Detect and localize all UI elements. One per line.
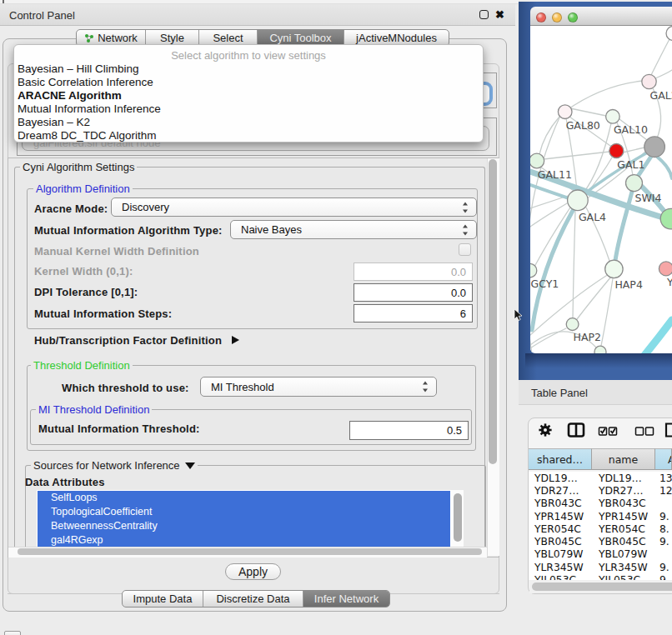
edge-teal[interactable]: [657, 157, 672, 178]
node-GAL1[interactable]: [609, 144, 624, 158]
aracne-mode-combo[interactable]: Discovery: [111, 198, 477, 217]
mi-type-combo[interactable]: Naive Bayes: [230, 220, 477, 239]
node-label-GAL2: GAL2: [650, 89, 672, 102]
checked-columns-icon[interactable]: [599, 428, 617, 435]
cell-name: YBR045C: [592, 536, 655, 548]
algorithm-popup-item[interactable]: ARACNE Algorithm: [18, 89, 478, 102]
node-SWI4[interactable]: [626, 175, 643, 192]
tab-impute-data[interactable]: Impute Data: [123, 591, 203, 607]
list-item[interactable]: gal4RGexp: [38, 533, 450, 547]
tab-jactivemnodules-label: jActiveMNodules: [356, 32, 437, 44]
node-GAL80[interactable]: [558, 105, 572, 119]
unchecked-columns-icon[interactable]: [636, 428, 654, 435]
mi-steps-field[interactable]: 6: [354, 304, 473, 322]
window-zoom-button[interactable]: [568, 12, 578, 22]
list-item[interactable]: BetweennessCentrality: [38, 519, 450, 533]
close-panel-icon[interactable]: ✖: [495, 8, 504, 21]
algorithm-popup-item[interactable]: Bayesian – Hill Climbing: [18, 62, 478, 76]
window-close-button[interactable]: [536, 12, 546, 22]
algorithm-popup-item[interactable]: Basic Correlation Inference: [18, 76, 478, 89]
which-threshold-combo[interactable]: MI Threshold: [200, 377, 437, 397]
edge-gray[interactable]: [655, 70, 672, 78]
table-row[interactable]: YBL079W YBL079W: [529, 548, 672, 561]
control-panel-title: Control Panel: [9, 9, 75, 22]
tab-cyni-toolbox-label: Cyni Toolbox: [269, 32, 331, 44]
table-row[interactable]: YDR27… YDR27… 12: [529, 484, 672, 497]
list-scrollbar-thumb[interactable]: [454, 493, 462, 542]
list-item[interactable]: TopologicalCoefficient: [38, 505, 450, 519]
node-gray-node[interactable]: [644, 137, 665, 158]
edge-teal[interactable]: [614, 185, 634, 267]
list-item[interactable]: SelfLoops: [38, 491, 450, 505]
mi-threshold-field[interactable]: 0.5: [349, 421, 469, 440]
window-minimize-button[interactable]: [552, 12, 562, 22]
document-icon[interactable]: [666, 424, 672, 437]
edge-gray[interactable]: [651, 38, 670, 75]
edge-gray[interactable]: [544, 152, 609, 159]
edge-gray[interactable]: [573, 211, 575, 318]
edge-gray[interactable]: [530, 328, 566, 348]
node-partial-top[interactable]: [666, 27, 672, 41]
cell-shared-name: YBR043C: [529, 498, 592, 509]
algorithm-popup-item[interactable]: Dream8 DC_TDC Algorithm: [18, 129, 478, 142]
kernel-width-field[interactable]: 0.0: [354, 262, 473, 281]
table-row[interactable]: YLR345W YLR345W 9.: [529, 561, 672, 573]
threshold-definition-title: Threshold Definition: [31, 359, 133, 372]
float-panel-icon[interactable]: [479, 10, 489, 19]
network-canvas[interactable]: GAL2GAL80GAL10GAL1GAL11SWI4GAL4GCY1HAP4Y…: [530, 26, 672, 353]
data-attributes-list[interactable]: SelfLoopsTopologicalCoefficientBetweenne…: [37, 490, 464, 547]
settings-hscrollbar-thumb[interactable]: [18, 548, 482, 555]
node-GCY1[interactable]: [530, 263, 537, 278]
bottom-corner-button[interactable]: [4, 631, 21, 635]
cell-shared-name: YDL19…: [529, 472, 592, 484]
edge-teal[interactable]: [532, 203, 577, 330]
edge-gray[interactable]: [564, 81, 643, 112]
edge-gray[interactable]: [539, 117, 559, 154]
edge-gray[interactable]: [570, 108, 606, 116]
tab-infer-network[interactable]: Infer Network: [303, 591, 389, 607]
edge-cyan[interactable]: [642, 320, 672, 353]
table-row[interactable]: YBR043C YBR043C: [529, 498, 672, 510]
table-row[interactable]: YDL19… YDL19… 13: [529, 472, 672, 484]
hub-definition-expander[interactable]: Hub/Transcription Factor Definition: [34, 334, 239, 347]
table-row[interactable]: YPR145W YPR145W 9.: [529, 510, 672, 522]
table-header-partial[interactable]: A: [655, 448, 672, 470]
edge-gray[interactable]: [577, 277, 611, 319]
table-hscrollbar-thumb[interactable]: [532, 582, 672, 591]
cell-name: YBR043C: [592, 498, 655, 509]
aracne-mode-label: Aracne Mode:: [34, 202, 108, 215]
apply-button[interactable]: Apply: [225, 563, 281, 580]
dpi-tolerance-field[interactable]: 0.0: [354, 283, 473, 302]
node-partial-bottom[interactable]: [594, 346, 606, 353]
tab-discretize-data[interactable]: Discretize Data: [203, 591, 303, 607]
edge-gray[interactable]: [584, 123, 611, 192]
node-label-HAP4: HAP4: [614, 278, 642, 291]
apply-button-label: Apply: [238, 565, 268, 578]
which-threshold-label: Which threshold to use:: [62, 382, 189, 394]
node-GAL2[interactable]: [642, 74, 656, 88]
table-header-shared-name[interactable]: shared…: [529, 448, 592, 470]
cell-partial: 9.: [655, 536, 672, 548]
gear-icon[interactable]: [539, 423, 551, 436]
algorithm-popup-item[interactable]: Mutual Information Inference: [18, 102, 478, 116]
aracne-mode-value: Discovery: [122, 201, 169, 213]
table-row[interactable]: YBR045C YBR045C 9.: [529, 535, 672, 548]
table-row[interactable]: YER054C YER054C 8.: [529, 522, 672, 535]
algorithm-popup-item[interactable]: Bayesian – K2: [18, 116, 478, 129]
node-salmon-node[interactable]: [659, 262, 672, 276]
split-view-icon[interactable]: [569, 424, 584, 437]
cell-partial: 12: [655, 485, 672, 497]
table-header-name[interactable]: name: [592, 448, 655, 470]
node-GAL4[interactable]: [568, 190, 589, 211]
settings-vscrollbar-thumb[interactable]: [489, 159, 497, 464]
edge-gray[interactable]: [601, 278, 613, 346]
mi-steps-label: Mutual Information Steps:: [34, 308, 172, 320]
node-GAL11[interactable]: [530, 153, 544, 168]
table-row[interactable]: YIL053C YIL053C 9: [529, 573, 672, 580]
node-HAP4[interactable]: [605, 260, 623, 278]
node-GAL10[interactable]: [606, 110, 620, 124]
sources-expander[interactable]: Sources for Network Inference: [31, 459, 198, 472]
manual-kernel-checkbox[interactable]: [459, 243, 471, 256]
node-HAP2[interactable]: [566, 318, 579, 331]
cell-shared-name: YER054C: [529, 523, 592, 535]
